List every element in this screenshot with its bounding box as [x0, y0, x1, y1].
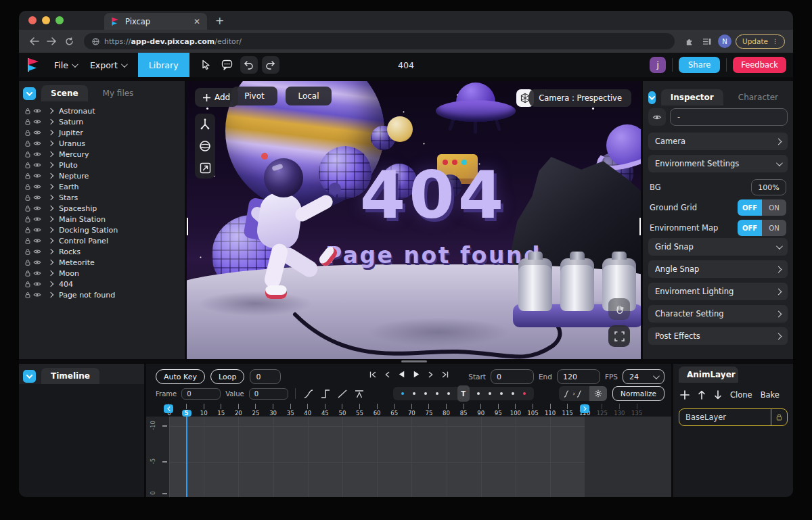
lock-icon[interactable]	[23, 227, 32, 234]
inspector-section-header[interactable]: Grid Snap	[648, 238, 788, 256]
pan-hand-button[interactable]	[608, 298, 630, 320]
expand-chevron-icon[interactable]	[48, 292, 53, 298]
keyframe-dot[interactable]	[500, 392, 503, 395]
range-start-marker[interactable]	[164, 404, 173, 413]
start-frame-field[interactable]: 0	[491, 369, 534, 384]
camera-mode-label[interactable]: Camera : Prespective	[529, 89, 631, 107]
clone-layer-button[interactable]: Clone	[730, 390, 752, 400]
lock-icon[interactable]	[23, 270, 32, 277]
skip-to-end-icon[interactable]	[441, 369, 450, 379]
lock-icon[interactable]	[23, 172, 32, 180]
loop-button[interactable]: Loop	[210, 369, 244, 384]
keyframe-dot[interactable]	[512, 392, 514, 395]
forward-icon[interactable]	[45, 34, 58, 48]
scene-object-row[interactable]: Saturn	[23, 116, 185, 127]
update-button[interactable]: Update⋮	[736, 34, 785, 49]
visibility-eye-icon[interactable]	[32, 227, 42, 233]
play-forward-icon[interactable]	[411, 369, 422, 379]
keyframe-dot[interactable]	[436, 392, 438, 395]
feedback-button[interactable]: Feedback	[733, 57, 786, 73]
t-keyframe-button[interactable]: T	[457, 385, 470, 402]
timeline-graph-area[interactable]: -10-50	[146, 417, 671, 497]
toggle-off[interactable]: OFF	[738, 199, 762, 216]
scale-tool-icon[interactable]	[198, 160, 212, 175]
expand-chevron-icon[interactable]	[48, 108, 53, 114]
object-name-field[interactable]: -	[670, 108, 788, 126]
select-tool-button[interactable]	[197, 56, 215, 74]
expand-chevron-icon[interactable]	[48, 151, 53, 157]
file-menu[interactable]: File	[47, 53, 83, 77]
gear-icon[interactable]	[589, 386, 607, 401]
expand-chevron-icon[interactable]	[48, 249, 53, 254]
export-menu[interactable]: Export	[83, 53, 133, 77]
step-forward-icon[interactable]	[426, 369, 436, 379]
scene-object-row[interactable]: Control Panel	[23, 235, 185, 246]
keyframe-dot[interactable]	[413, 392, 415, 395]
visibility-eye-icon[interactable]	[32, 194, 42, 201]
value-field[interactable]: 0	[249, 388, 288, 400]
skip-to-start-icon[interactable]	[368, 369, 378, 379]
scene-object-row[interactable]: Jupiter	[23, 127, 185, 138]
copy-curve-icon[interactable]: ›	[559, 386, 590, 401]
visibility-eye-icon[interactable]	[32, 216, 42, 222]
keyframe-dot[interactable]	[447, 392, 450, 395]
scene-object-row[interactable]: Docking Station	[23, 224, 185, 235]
tab-my-files[interactable]: My files	[93, 85, 143, 101]
url-bar[interactable]: https://app-dev.pixcap.com/editor/	[84, 33, 675, 49]
redo-button[interactable]	[262, 56, 279, 74]
fullscreen-button[interactable]	[608, 325, 630, 347]
scene-object-row[interactable]: Uranus	[23, 138, 185, 149]
toggle-on[interactable]: ON	[762, 220, 786, 236]
layer-name-input[interactable]: BaseLayer	[679, 408, 788, 426]
scene-object-row[interactable]: Rocks	[23, 246, 185, 257]
visibility-eye-icon[interactable]	[32, 248, 42, 255]
pivot-button[interactable]: Pivot	[231, 87, 277, 105]
scene-object-astronaut[interactable]	[234, 164, 349, 333]
step-back-icon[interactable]	[382, 369, 392, 379]
divider-grip[interactable]	[401, 360, 427, 362]
ease-curve-icon[interactable]	[302, 388, 315, 399]
move-layer-down-icon[interactable]	[714, 390, 722, 400]
lock-icon[interactable]	[23, 162, 32, 169]
extensions-icon[interactable]	[683, 34, 696, 48]
lock-icon[interactable]	[23, 237, 32, 245]
expand-chevron-icon[interactable]	[48, 206, 53, 211]
expand-chevron-icon[interactable]	[48, 173, 53, 179]
site-info-icon[interactable]	[92, 38, 99, 45]
comments-button[interactable]	[219, 56, 236, 74]
keyframe-dot[interactable]	[489, 392, 491, 395]
scene-object-row[interactable]: Main Station	[23, 214, 185, 224]
visibility-eye-icon[interactable]	[32, 270, 42, 277]
reload-icon[interactable]	[62, 34, 76, 48]
keyframe-dot[interactable]	[477, 392, 480, 395]
bake-layer-button[interactable]: Bake	[761, 390, 780, 400]
tab-character[interactable]: Character	[729, 89, 788, 105]
clamp-curve-icon[interactable]	[353, 388, 365, 399]
fps-dropdown[interactable]: 24	[623, 369, 664, 384]
scene-object-row[interactable]: Meteorite	[23, 257, 185, 268]
linear-curve-icon[interactable]	[336, 388, 348, 399]
layer-lock-icon[interactable]	[771, 409, 787, 425]
add-layer-icon[interactable]	[680, 390, 690, 400]
move-tool-icon[interactable]	[198, 117, 212, 132]
local-button[interactable]: Local	[286, 87, 332, 105]
collapse-panel-button[interactable]	[23, 370, 36, 383]
scene-object-row[interactable]: Spaceship	[23, 203, 185, 214]
end-frame-field[interactable]: 120	[557, 369, 600, 384]
close-window-button[interactable]	[28, 16, 37, 24]
scene-object-row[interactable]: Pluto	[23, 160, 185, 170]
keyframe-dot[interactable]	[424, 392, 427, 395]
visibility-eye-icon[interactable]	[648, 108, 666, 126]
lock-icon[interactable]	[23, 129, 32, 137]
inspector-section-header[interactable]: Camera	[648, 133, 788, 150]
lock-icon[interactable]	[23, 205, 32, 212]
undo-button[interactable]	[240, 56, 258, 74]
tab-inspector[interactable]: Inspector	[661, 89, 723, 105]
visibility-eye-icon[interactable]	[32, 183, 42, 190]
expand-chevron-icon[interactable]	[48, 238, 53, 243]
back-icon[interactable]	[27, 34, 41, 48]
toggle-on[interactable]: ON	[762, 199, 786, 216]
zoom-window-button[interactable]	[55, 16, 64, 24]
visibility-eye-icon[interactable]	[32, 291, 42, 298]
visibility-eye-icon[interactable]	[32, 172, 42, 179]
